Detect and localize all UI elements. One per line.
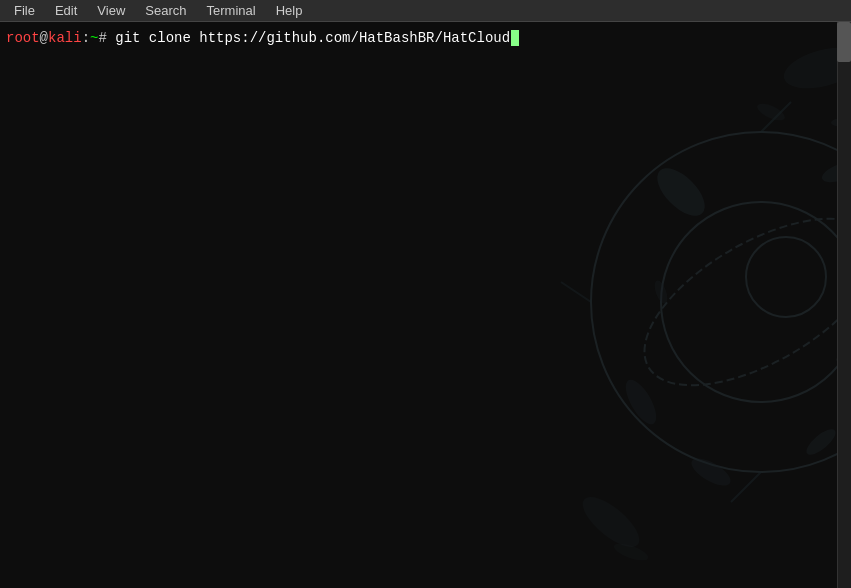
menu-terminal[interactable]: Terminal (197, 0, 266, 22)
menu-search[interactable]: Search (135, 0, 196, 22)
prompt-hash: # (98, 28, 106, 48)
prompt-user: root (6, 28, 40, 48)
prompt-dir: ~ (90, 28, 98, 48)
scrollbar-thumb[interactable] (837, 22, 851, 62)
menu-file[interactable]: File (4, 0, 45, 22)
terminal-command: git clone https://github.com/HatBashBR/H… (107, 28, 510, 48)
prompt-host: kali (48, 28, 82, 48)
terminal-line: root@kali:~# git clone https://github.co… (6, 28, 835, 48)
prompt-at: @ (40, 28, 48, 48)
terminal-content: root@kali:~# git clone https://github.co… (6, 28, 835, 588)
terminal-window[interactable]: root@kali:~# git clone https://github.co… (0, 22, 851, 588)
menu-view[interactable]: View (87, 0, 135, 22)
menu-help[interactable]: Help (266, 0, 313, 22)
terminal-cursor (511, 30, 519, 46)
menu-edit[interactable]: Edit (45, 0, 87, 22)
menubar: File Edit View Search Terminal Help (0, 0, 851, 22)
scrollbar-track[interactable] (837, 22, 851, 588)
prompt-colon: : (82, 28, 90, 48)
